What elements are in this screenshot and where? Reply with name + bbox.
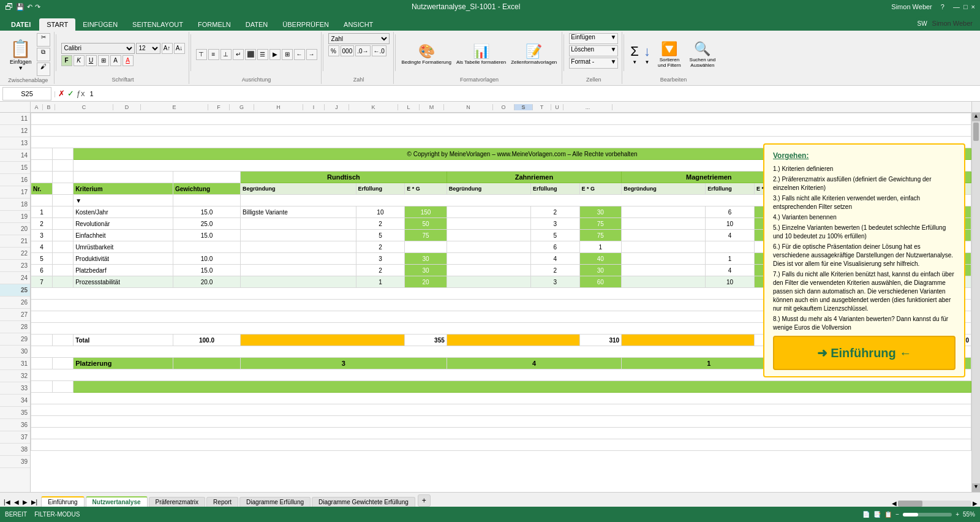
number-format-select[interactable]: Zahl (328, 33, 390, 44)
cell-beg3-5[interactable] (622, 253, 706, 265)
filter-cell-c[interactable]: ▼ (74, 195, 173, 206)
dec-inc-btn[interactable]: .0→ (355, 45, 370, 56)
cell-gew-4[interactable] (173, 241, 240, 253)
cell-b17[interactable] (52, 183, 73, 195)
formula-input[interactable] (88, 90, 978, 97)
cell-kriterium-7[interactable]: Prozessstabilität (74, 276, 173, 288)
cell-a32[interactable] (31, 358, 53, 369)
cell-c16[interactable] (74, 172, 173, 183)
cell-erf1-2[interactable]: 2 (356, 218, 405, 230)
cell-beg2-6[interactable] (447, 265, 530, 276)
undo-btn[interactable]: ↶ (27, 3, 32, 11)
close-btn[interactable]: × (971, 3, 975, 10)
align-right-btn[interactable]: ▶ (270, 49, 281, 60)
cell-b30[interactable] (52, 335, 73, 346)
autosum-btn[interactable]: Σ ▼ (629, 42, 640, 66)
minimize-btn[interactable]: — (953, 3, 960, 10)
cell-b24[interactable] (52, 265, 73, 276)
cell-nr-3[interactable]: 3 (31, 230, 53, 241)
cell-beg2-4[interactable] (447, 241, 530, 253)
cell-beg3-2[interactable] (622, 218, 706, 230)
tab-datei[interactable]: DATEI (2, 18, 39, 31)
cell-beg1-4[interactable] (241, 241, 356, 253)
confirm-formula-icon[interactable]: ✓ (67, 89, 74, 98)
cell-beg2-5[interactable] (447, 253, 530, 265)
scroll-down-btn[interactable]: ▼ (972, 483, 980, 492)
cell-gew-7[interactable]: 20.0 (173, 276, 240, 288)
font-color-button[interactable]: A (123, 55, 134, 66)
font-shrink-btn[interactable]: A↓ (174, 43, 185, 54)
cell-beg1-5[interactable] (241, 253, 356, 265)
scroll-track[interactable] (972, 121, 980, 483)
sheet-tab-nutzwertanalyse[interactable]: Nutzwertanalyse (86, 496, 148, 507)
cell-erf1-3[interactable]: 5 (356, 230, 405, 241)
cell-kriterium-2[interactable]: Revolutionär (74, 218, 173, 230)
insert-cells-btn[interactable]: Einfügen▼ (569, 33, 618, 44)
h-scroll-left[interactable]: ◀ (892, 500, 897, 507)
vertical-scrollbar[interactable]: ▲ ▼ (971, 113, 980, 492)
cell-beg3-4[interactable] (622, 241, 706, 253)
cell-erf2-4[interactable]: 6 (530, 241, 579, 253)
cell-gew-1[interactable]: 15.0 (173, 206, 240, 218)
cell-erf2-1[interactable]: 2 (530, 206, 579, 218)
cell-eg2-7[interactable]: 60 (579, 276, 622, 288)
cell-gew-5[interactable]: 10.0 (173, 253, 240, 265)
fill-btn[interactable]: ↓ ▼ (643, 42, 652, 66)
sort-filter-btn[interactable]: 🔽 Sortieren und Filtern (654, 40, 685, 69)
cell-beg2-2[interactable] (447, 218, 530, 230)
scroll-up-btn[interactable]: ▲ (972, 113, 980, 121)
zoom-in-btn[interactable]: + (956, 511, 959, 518)
tab-ueberpruefen[interactable]: ÜBERPRÜFEN (275, 18, 336, 31)
cell-b15[interactable] (52, 160, 73, 172)
cut-button[interactable]: ✂ (37, 33, 50, 47)
cell-b22[interactable] (52, 241, 73, 253)
h-scroll-right[interactable]: ▶ (973, 500, 978, 507)
indent-dec-btn[interactable]: ← (294, 49, 305, 60)
cell-a14[interactable] (31, 148, 53, 160)
cell-erf2-6[interactable]: 2 (530, 265, 579, 276)
as-table-btn[interactable]: 📊 Als Tabelle formatieren (455, 42, 507, 66)
cell-erf2-7[interactable]: 3 (530, 276, 579, 288)
font-name-select[interactable]: Calibri (61, 43, 135, 54)
find-select-btn[interactable]: 🔍 Suchen und Auswählen (687, 40, 718, 69)
cell-gew-6[interactable]: 15.0 (173, 265, 240, 276)
conditional-format-btn[interactable]: 🎨 Bedingte Formatierung (401, 42, 453, 66)
insert-function-icon[interactable]: ƒx (77, 89, 85, 98)
page-layout-btn[interactable]: 📑 (873, 511, 881, 518)
font-size-select[interactable]: 12 (136, 43, 160, 54)
align-center-btn[interactable]: ☰ (257, 49, 268, 60)
filter-cell-a[interactable] (31, 195, 53, 206)
cell-beg3-7[interactable] (622, 276, 706, 288)
cell-kriterium-1[interactable]: Kosten/Jahr (74, 206, 173, 218)
cell-kriterium-4[interactable]: Umrüstbarkeit (74, 241, 173, 253)
add-sheet-btn[interactable]: + (418, 494, 431, 507)
italic-button[interactable]: K (74, 55, 85, 66)
cell-b32[interactable] (52, 358, 73, 369)
normal-view-btn[interactable]: 📄 (862, 511, 870, 518)
cell-beg3-6[interactable] (622, 265, 706, 276)
save-btn[interactable]: 💾 (16, 3, 24, 11)
cell-erf1-1[interactable]: 10 (356, 206, 405, 218)
cell-erf3-5[interactable]: 1 (706, 253, 755, 265)
sheet-nav-next[interactable]: ▶ (21, 497, 29, 507)
cell-eg1-4[interactable] (405, 241, 447, 253)
cell-erf3-4[interactable] (706, 241, 755, 253)
cell-kriterium-3[interactable]: Einfachheit (74, 230, 173, 241)
font-grow-btn[interactable]: A↑ (162, 43, 173, 54)
cell-beg1-1[interactable]: Billigste Variante (241, 206, 356, 218)
copy-button[interactable]: ⧉ (37, 48, 50, 61)
zoom-out-btn[interactable]: − (895, 511, 899, 518)
cell-nr-2[interactable]: 2 (31, 218, 53, 230)
sheet-tab-report[interactable]: Report (206, 497, 238, 507)
cell-b23[interactable] (52, 253, 73, 265)
cell-eg2-2[interactable]: 75 (579, 218, 622, 230)
tab-ansicht[interactable]: ANSICHT (336, 18, 380, 31)
paste-button[interactable]: 📋 Einfügen ▼ (6, 37, 36, 72)
delete-cells-btn[interactable]: Löschen▼ (569, 45, 618, 56)
align-bottom-btn[interactable]: ⊥ (221, 49, 232, 60)
indent-inc-btn[interactable]: → (306, 49, 317, 60)
intro-button[interactable]: ➜ Einführung ← (773, 336, 956, 370)
bold-button[interactable]: F (61, 55, 72, 66)
tab-einfuegen[interactable]: EINFÜGEN (75, 18, 125, 31)
cell-erf1-5[interactable]: 3 (356, 253, 405, 265)
